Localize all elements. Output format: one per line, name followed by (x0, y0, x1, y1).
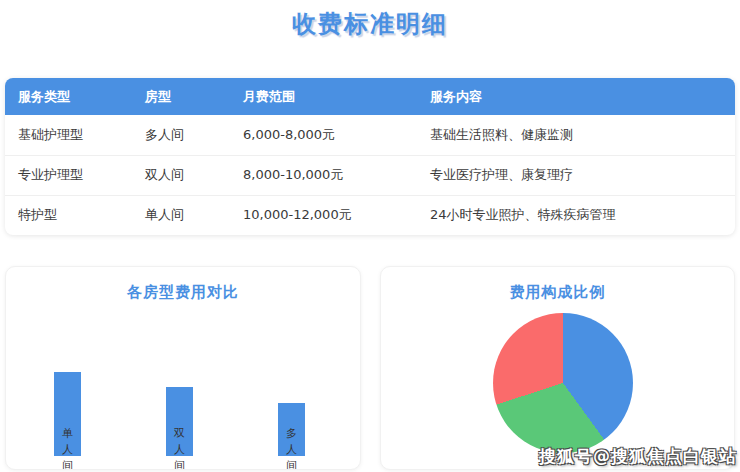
bar-label: 单人间 (54, 426, 81, 470)
bar-label-char: 单 (54, 426, 81, 442)
table-cell: 8,000-10,000元 (243, 155, 430, 195)
table-row: 专业护理型双人间8,000-10,000元专业医疗护理、康复理疗 (5, 155, 735, 195)
table-cell: 基础生活照料、健康监测 (430, 115, 735, 155)
fee-table: 服务类型 房型 月费范围 服务内容 基础护理型多人间6,000-8,000元基础… (5, 78, 735, 235)
bar-label-char: 人 (278, 442, 305, 458)
bar-label-char: 间 (54, 458, 81, 470)
bar-label-char: 多 (278, 426, 305, 442)
bar-chart: 单人间双人间多人间 (6, 267, 360, 469)
watermark: 搜狐号@搜狐焦点白银站 (539, 445, 737, 468)
pie-chart-title: 费用构成比例 (381, 283, 734, 302)
table-cell: 基础护理型 (5, 115, 145, 155)
fee-table-container: 服务类型 房型 月费范围 服务内容 基础护理型多人间6,000-8,000元基础… (5, 78, 735, 235)
pie-chart (493, 313, 633, 453)
table-cell: 6,000-8,000元 (243, 115, 430, 155)
table-cell: 多人间 (145, 115, 243, 155)
table-cell: 24小时专业照护、特殊疾病管理 (430, 195, 735, 235)
table-cell: 10,000-12,000元 (243, 195, 430, 235)
table-cell: 双人间 (145, 155, 243, 195)
bar-label-char: 间 (278, 458, 305, 470)
header-fee-range: 月费范围 (243, 78, 430, 115)
bar-label-char: 人 (166, 442, 193, 458)
bar-label: 多人间 (278, 426, 305, 470)
fee-table-header-row: 服务类型 房型 月费范围 服务内容 (5, 78, 735, 115)
fee-table-header: 服务类型 房型 月费范围 服务内容 (5, 78, 735, 115)
table-row: 特护型单人间10,000-12,000元24小时专业照护、特殊疾病管理 (5, 195, 735, 235)
pie-chart-card: 费用构成比例 (380, 266, 735, 470)
page-title: 收费标准明细 (0, 8, 740, 40)
fee-table-body: 基础护理型多人间6,000-8,000元基础生活照料、健康监测专业护理型双人间8… (5, 115, 735, 235)
table-cell: 特护型 (5, 195, 145, 235)
table-cell: 专业护理型 (5, 155, 145, 195)
bar-label: 双人间 (166, 426, 193, 470)
table-row: 基础护理型多人间6,000-8,000元基础生活照料、健康监测 (5, 115, 735, 155)
bar-label-char: 人 (54, 442, 81, 458)
table-cell: 专业医疗护理、康复理疗 (430, 155, 735, 195)
table-cell: 单人间 (145, 195, 243, 235)
bar-chart-card: 各房型费用对比 单人间双人间多人间 (5, 266, 361, 470)
bar-label-char: 间 (166, 458, 193, 470)
bar-label-char: 双 (166, 426, 193, 442)
header-service-type: 服务类型 (5, 78, 145, 115)
header-room-type: 房型 (145, 78, 243, 115)
header-service-content: 服务内容 (430, 78, 735, 115)
